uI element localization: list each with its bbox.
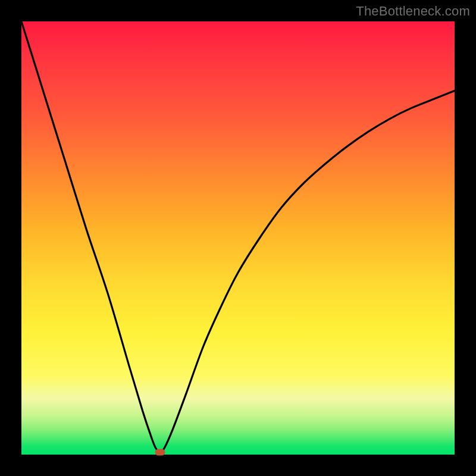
watermark-text: TheBottleneck.com [356, 4, 470, 19]
bottleneck-curve [21, 21, 455, 452]
curve-svg [21, 21, 455, 455]
chart-frame: TheBottleneck.com [0, 0, 476, 476]
optimal-point-marker [155, 449, 165, 456]
plot-area [21, 21, 455, 455]
